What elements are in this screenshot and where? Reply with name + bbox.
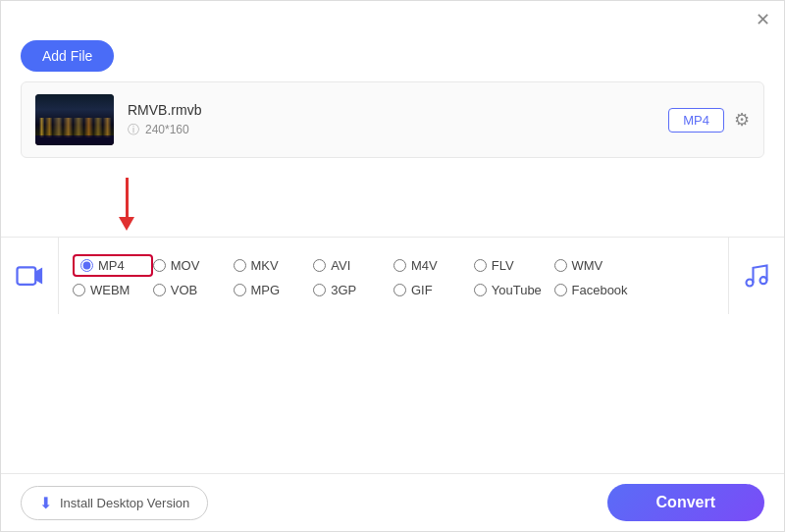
install-desktop-button[interactable]: ⬇ Install Desktop Version (21, 486, 208, 520)
svg-point-3 (760, 277, 767, 284)
file-actions: MP4 ⚙ (668, 108, 750, 133)
file-thumbnail (35, 94, 114, 145)
title-bar: ✕ (1, 1, 784, 34)
format-option-gif[interactable]: GIF (393, 283, 474, 297)
format-label-mov: MOV (171, 258, 200, 273)
arrow-down (119, 178, 134, 231)
radio-m4v[interactable] (393, 259, 406, 272)
radio-vob[interactable] (153, 284, 166, 296)
info-icon: ⓘ (128, 122, 139, 138)
bottom-bar: ⬇ Install Desktop Version Convert (1, 473, 784, 531)
format-label-wmv: WMV (572, 258, 603, 273)
format-label-youtube: YouTube (492, 283, 542, 297)
format-label-mp4: MP4 (98, 258, 125, 273)
format-option-mpg[interactable]: MPG (234, 283, 314, 297)
format-option-vob[interactable]: VOB (153, 283, 234, 297)
arrow-head (119, 217, 134, 231)
radio-youtube[interactable] (474, 284, 487, 296)
format-label-flv: FLV (492, 258, 514, 273)
format-option-mov[interactable]: MOV (153, 254, 234, 277)
radio-mp4[interactable] (80, 259, 93, 272)
format-option-mkv[interactable]: MKV (234, 254, 314, 277)
radio-mpg[interactable] (234, 284, 246, 296)
radio-mkv[interactable] (234, 259, 246, 272)
radio-webm[interactable] (73, 284, 85, 296)
format-label-mpg: MPG (251, 283, 281, 297)
audio-icon (743, 262, 770, 290)
toolbar: Add File (1, 34, 784, 81)
format-label-facebook: Facebook (572, 283, 628, 297)
file-list: RMVB.rmvb ⓘ 240*160 MP4 ⚙ (21, 81, 764, 158)
format-option-m4v[interactable]: M4V (393, 254, 474, 277)
radio-avi[interactable] (313, 259, 326, 272)
format-label-webm: WEBM (90, 283, 130, 297)
svg-point-2 (747, 280, 754, 287)
add-file-button[interactable]: Add File (21, 40, 114, 72)
format-label-m4v: M4V (411, 258, 438, 273)
settings-button[interactable]: ⚙ (734, 109, 750, 131)
radio-gif[interactable] (393, 284, 406, 296)
convert-button[interactable]: Convert (607, 484, 764, 521)
format-section: MP4 MOV MKV AVI M4V FLV WMV WEBM (1, 237, 784, 314)
audio-format-icon-button[interactable] (728, 238, 784, 314)
format-label-avi: AVI (331, 258, 350, 273)
format-option-youtube[interactable]: YouTube (474, 283, 554, 297)
radio-facebook[interactable] (554, 284, 567, 296)
format-options-grid: MP4 MOV MKV AVI M4V FLV WMV WEBM (59, 246, 728, 305)
radio-mov[interactable] (153, 259, 166, 272)
arrow-shaft (126, 178, 129, 217)
close-button[interactable]: ✕ (756, 11, 770, 28)
radio-3gp[interactable] (313, 284, 326, 296)
format-label-mkv: MKV (251, 258, 279, 273)
format-label-3gp: 3GP (331, 283, 356, 297)
format-option-3gp[interactable]: 3GP (313, 283, 393, 297)
radio-wmv[interactable] (554, 259, 567, 272)
install-label: Install Desktop Version (60, 496, 189, 510)
file-name: RMVB.rmvb (128, 102, 654, 118)
file-resolution: 240*160 (145, 123, 189, 136)
radio-flv[interactable] (474, 259, 487, 272)
download-icon: ⬇ (39, 494, 52, 512)
format-option-facebook[interactable]: Facebook (554, 283, 715, 297)
video-icon (15, 261, 44, 291)
format-option-wmv[interactable]: WMV (554, 254, 715, 277)
format-label-gif: GIF (411, 283, 433, 297)
format-option-flv[interactable]: FLV (474, 254, 554, 277)
file-item: RMVB.rmvb ⓘ 240*160 MP4 ⚙ (22, 82, 763, 157)
format-option-mp4[interactable]: MP4 (73, 254, 153, 277)
format-badge-button[interactable]: MP4 (668, 108, 724, 133)
format-option-avi[interactable]: AVI (313, 254, 393, 277)
svg-rect-0 (18, 267, 36, 285)
file-info: RMVB.rmvb ⓘ 240*160 (114, 102, 668, 138)
arrow-area (1, 178, 784, 231)
format-label-vob: VOB (171, 283, 197, 297)
video-format-icon-button[interactable] (1, 238, 59, 314)
format-option-webm[interactable]: WEBM (73, 283, 153, 297)
file-meta: ⓘ 240*160 (128, 122, 654, 138)
